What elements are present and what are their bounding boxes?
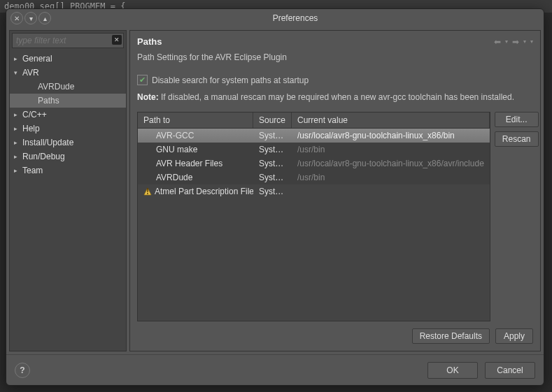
cell-name: AVRDude (156, 173, 192, 182)
col-current-value[interactable]: Current value (292, 112, 490, 128)
table-row[interactable]: AVR-GCC System /usr/local/avr8-gnu-toolc… (138, 129, 490, 143)
minimize-icon[interactable]: ▾ (24, 12, 37, 24)
paths-table: Path to Source Current value AVR-GCC Sys… (137, 112, 490, 321)
warning-icon: ! (143, 187, 152, 196)
col-path-to[interactable]: Path to (138, 112, 253, 128)
preferences-page: Paths ⬅ ▾ ➡ ▾ ▾ Path Settings for the AV… (129, 30, 541, 351)
tree-item-avrdude[interactable]: AVRDude (10, 80, 126, 94)
cell-name: Atmel Part Description Files (155, 187, 253, 196)
tree-item-general[interactable]: General (10, 52, 126, 66)
table-header: Path to Source Current value (138, 112, 490, 129)
preferences-tree-panel: ✕ General AVR AVRDude Paths C/C++ Help I… (9, 30, 127, 351)
view-menu-icon[interactable]: ▾ (530, 38, 533, 45)
tree-item-install-update[interactable]: Install/Update (10, 136, 126, 150)
rescan-button[interactable]: Rescan (495, 131, 539, 147)
apply-button[interactable]: Apply (495, 328, 533, 344)
clear-filter-icon[interactable]: ✕ (112, 35, 122, 45)
page-nav-toolbar: ⬅ ▾ ➡ ▾ ▾ (494, 37, 533, 47)
cell-value: /usr/local/avr8-gnu-toolchain-linux_x86/… (292, 159, 490, 168)
tree-item-label: AVRDude (38, 82, 74, 92)
tree-item-avr[interactable]: AVR (10, 66, 126, 80)
cancel-button[interactable]: Cancel (485, 362, 535, 379)
help-icon[interactable]: ? (15, 363, 30, 378)
svg-text:!: ! (146, 187, 149, 196)
tree-item-run-debug[interactable]: Run/Debug (10, 150, 126, 164)
table-row[interactable]: GNU make System /usr/bin (138, 143, 490, 157)
titlebar: ✕ ▾ ▴ Preferences (6, 9, 544, 27)
maximize-icon[interactable]: ▴ (38, 12, 51, 24)
tree-item-label: General (22, 54, 52, 64)
back-icon[interactable]: ⬅ (494, 37, 501, 47)
cell-source: System (253, 173, 292, 182)
col-source[interactable]: Source (253, 112, 292, 128)
tree-item-label: Install/Update (22, 138, 73, 147)
dialog-title: Preferences (51, 13, 539, 23)
table-row[interactable]: ! Atmel Part Description Files System (138, 184, 490, 198)
cell-name: AVR Header Files (156, 159, 222, 168)
cell-value: /usr/bin (292, 173, 490, 182)
ok-button[interactable]: OK (427, 362, 478, 379)
table-row[interactable]: AVRDude System /usr/bin (138, 170, 490, 184)
tree-item-team[interactable]: Team (10, 164, 126, 177)
cell-source: System (253, 159, 292, 168)
close-icon[interactable]: ✕ (10, 12, 23, 24)
cell-source: System (253, 187, 292, 196)
cell-value: /usr/local/avr8-gnu-toolchain-linux_x86/… (292, 131, 490, 140)
disable-search-checkbox[interactable]: ✔ (137, 75, 148, 85)
note-text: Note: If disabled, a manual rescan may b… (130, 88, 540, 112)
preferences-dialog: ✕ ▾ ▴ Preferences ✕ General AVR AVRDude … (6, 8, 544, 386)
tree-item-label: Paths (38, 96, 59, 106)
cell-source: System (253, 131, 292, 140)
page-title: Paths (137, 36, 162, 47)
filter-input[interactable] (12, 33, 124, 48)
tree-item-label: Team (22, 166, 43, 175)
edit-button[interactable]: Edit... (495, 112, 539, 127)
forward-menu-icon[interactable]: ▾ (523, 38, 526, 45)
back-menu-icon[interactable]: ▾ (505, 38, 508, 45)
tree-item-help[interactable]: Help (10, 122, 126, 136)
tree-item-label: Help (22, 124, 40, 133)
table-row[interactable]: AVR Header Files System /usr/local/avr8-… (138, 157, 490, 170)
cell-name: GNU make (156, 145, 197, 154)
cell-name: AVR-GCC (156, 131, 194, 140)
tree-item-label: Run/Debug (22, 152, 65, 161)
disable-search-label: Disable search for system paths at start… (152, 75, 309, 85)
tree-item-label: AVR (22, 68, 39, 78)
tree-item-ccpp[interactable]: C/C++ (10, 108, 126, 122)
restore-defaults-button[interactable]: Restore Defaults (412, 328, 490, 344)
cell-value: /usr/bin (292, 145, 490, 154)
forward-icon[interactable]: ➡ (512, 37, 519, 47)
dialog-footer: ? OK Cancel (6, 354, 544, 385)
page-subtitle: Path Settings for the AVR Eclipse Plugin (130, 50, 540, 72)
preferences-tree[interactable]: General AVR AVRDude Paths C/C++ Help Ins… (10, 50, 126, 351)
tree-item-label: C/C++ (22, 110, 47, 119)
cell-source: System (253, 145, 292, 154)
tree-item-paths[interactable]: Paths (10, 94, 126, 108)
